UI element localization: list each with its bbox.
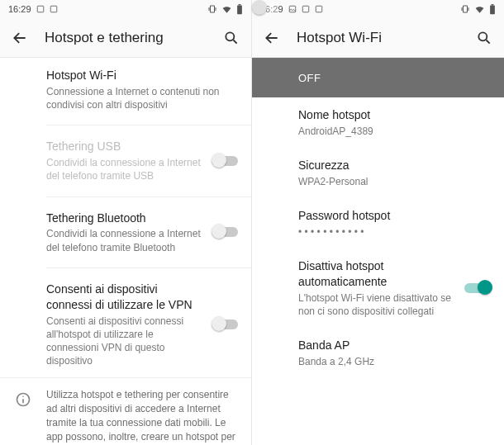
hotspot-state-label: OFF <box>298 72 321 84</box>
wifi-icon <box>221 4 232 15</box>
info-footer: Utilizza hotspot e tethering per consent… <box>0 377 251 445</box>
divider <box>46 267 251 268</box>
battery-icon <box>236 4 243 15</box>
pane-hotspot-wifi: 16:29 Hotspot Wi-Fi <box>252 0 504 445</box>
search-button[interactable] <box>221 28 241 48</box>
toggle-tethering-bluetooth[interactable] <box>212 224 240 240</box>
status-bar: 16:29 <box>0 0 251 18</box>
item-subtitle: Condividi la connessione a Internet del … <box>46 156 205 182</box>
info-icon <box>13 390 33 409</box>
settings-list: Nome hotspot AndroidAP_4389 Sicurezza WP… <box>252 97 504 445</box>
settings-list: Hotspot Wi-Fi Connessione a Internet o c… <box>0 58 251 445</box>
item-tethering-bluetooth[interactable]: Tethering Bluetooth Condividi la conness… <box>0 201 251 264</box>
item-title: Tethering Bluetooth <box>46 211 205 226</box>
item-hotspot-wifi[interactable]: Hotspot Wi-Fi Connessione a Internet o c… <box>0 58 251 121</box>
item-subtitle: WPA2-Personal <box>298 175 491 188</box>
item-security[interactable]: Sicurezza WPA2-Personal <box>252 148 504 198</box>
svg-rect-9 <box>302 6 309 12</box>
status-time: 16:29 <box>8 4 31 14</box>
toggle-tethering-usb <box>212 153 240 169</box>
app-bar: Hotspot Wi-Fi <box>252 18 504 58</box>
svg-rect-12 <box>492 4 494 5</box>
info-text: Utilizza hotspot e tethering per consent… <box>46 388 238 445</box>
app-bar: Hotspot e tethering <box>0 18 251 58</box>
item-subtitle: Condividi la connessione a Internet del … <box>46 227 205 253</box>
item-password[interactable]: Password hotspot • • • • • • • • • • • <box>252 198 504 249</box>
svg-rect-3 <box>239 4 241 5</box>
item-title: Sicurezza <box>298 158 491 173</box>
item-ap-band[interactable]: Banda AP Banda a 2,4 GHz <box>252 328 504 378</box>
item-subtitle: • • • • • • • • • • • <box>298 225 491 239</box>
svg-point-7 <box>22 396 24 398</box>
screenshot-icon <box>50 5 58 13</box>
pane-hotspot-tethering: 16:29 Hotspot e tethering <box>0 0 252 445</box>
item-allow-vpn[interactable]: Consenti ai dispositivi connessi di util… <box>0 272 251 378</box>
divider <box>46 196 251 197</box>
svg-rect-10 <box>316 6 322 12</box>
svg-rect-8 <box>289 6 296 12</box>
page-title: Hotspot e tethering <box>45 30 207 46</box>
screenshot-icon <box>36 5 45 13</box>
hotspot-master-switch-row[interactable]: OFF <box>252 58 504 97</box>
toggle-hotspot-master[interactable] <box>463 69 491 86</box>
item-subtitle: L'hotspot Wi-Fi viene disattivato se non… <box>298 291 458 318</box>
svg-rect-0 <box>37 6 44 12</box>
item-title: Password hotspot <box>298 208 491 224</box>
item-title: Hotspot Wi-Fi <box>46 68 238 83</box>
item-title: Tethering USB <box>46 139 205 154</box>
item-title: Consenti ai dispositivi connessi di util… <box>46 282 205 313</box>
image-icon <box>288 5 297 13</box>
back-button[interactable] <box>262 28 282 48</box>
screenshot-icon <box>315 5 323 13</box>
svg-point-13 <box>478 32 487 40</box>
item-subtitle: Banda a 2,4 GHz <box>298 355 491 368</box>
wifi-icon <box>474 4 485 15</box>
svg-rect-1 <box>50 6 57 12</box>
toggle-allow-vpn[interactable] <box>212 316 240 333</box>
toggle-auto-off[interactable] <box>464 280 492 296</box>
vibrate-icon <box>207 4 217 14</box>
item-hotspot-name[interactable]: Nome hotspot AndroidAP_4389 <box>252 97 504 148</box>
divider <box>46 125 251 125</box>
search-button[interactable] <box>474 28 494 48</box>
battery-icon <box>489 4 496 15</box>
svg-point-4 <box>226 32 234 40</box>
item-auto-off[interactable]: Disattiva hotspot automaticamente L'hots… <box>252 249 504 328</box>
svg-rect-2 <box>237 5 242 14</box>
svg-rect-11 <box>490 5 495 14</box>
item-subtitle: Consenti ai dispositivi connessi all'hot… <box>46 315 205 368</box>
item-title: Nome hotspot <box>298 107 491 123</box>
item-subtitle: Connessione a Internet o contenuti non c… <box>46 85 238 111</box>
item-title: Banda AP <box>298 338 491 353</box>
page-title: Hotspot Wi-Fi <box>297 30 459 46</box>
status-bar: 16:29 <box>252 0 504 18</box>
back-button[interactable] <box>10 28 30 48</box>
screenshot-icon <box>302 5 310 13</box>
vibrate-icon <box>460 4 470 14</box>
item-subtitle: AndroidAP_4389 <box>298 125 491 138</box>
item-title: Disattiva hotspot automaticamente <box>298 258 458 290</box>
item-tethering-usb: Tethering USB Condividi la connessione a… <box>0 129 251 192</box>
